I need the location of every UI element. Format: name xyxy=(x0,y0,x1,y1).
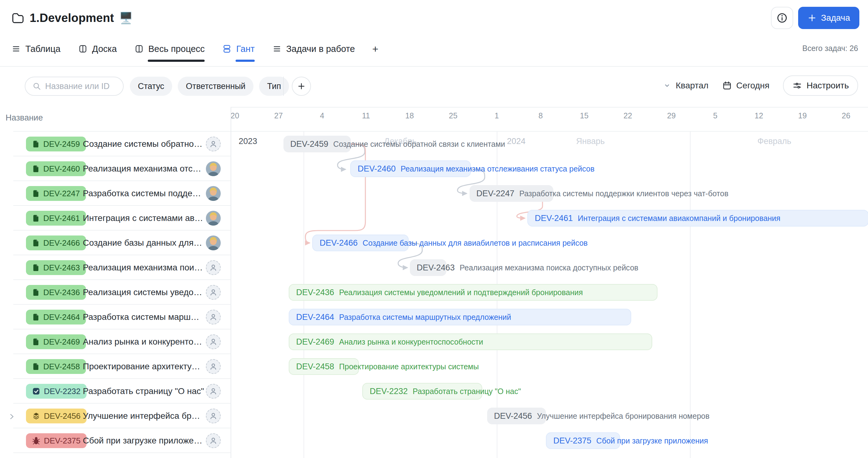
info-button[interactable] xyxy=(771,7,793,29)
bar-task-title: Улучшение интерфейса бронирования номеро… xyxy=(537,412,709,421)
assignee-avatar-empty[interactable] xyxy=(206,334,221,349)
doc-icon xyxy=(32,140,40,148)
bar-task-title: Создание базы данных для авиабилетов и р… xyxy=(363,238,588,248)
tab-таблица[interactable]: Таблица xyxy=(11,39,61,58)
dependency-dev-2459-to-dev-2466 xyxy=(305,144,365,243)
assignee-avatar[interactable] xyxy=(206,211,221,226)
filter-pill-ответственный[interactable]: Ответственный xyxy=(178,77,253,96)
gantt-bar-dev-2459[interactable]: DEV-2459 Создание системы обратной связи… xyxy=(283,136,351,152)
task-row-dev-2375[interactable]: DEV-2375 Сбой при загрузке приложения xyxy=(0,428,230,453)
add-view-tab[interactable]: + xyxy=(372,39,378,58)
bar-task-id: DEV-2232 xyxy=(370,387,408,396)
task-id: DEV-2460 xyxy=(43,164,80,174)
task-row-dev-2463[interactable]: DEV-2463 Реализация механизма поиска дос… xyxy=(0,255,230,280)
doc-icon xyxy=(32,313,40,321)
sliders-icon xyxy=(792,81,802,91)
task-row-dev-2436[interactable]: DEV-2436 Реализация системы уведомлений … xyxy=(0,280,230,305)
task-row-dev-2464[interactable]: DEV-2464 Разработка системы маршрутных п… xyxy=(0,305,230,329)
person-icon xyxy=(209,263,218,272)
filter-toolbar: СтатусОтветственныйТип Квартал Сегодня xyxy=(0,67,868,106)
gantt-bar-dev-2464[interactable]: DEV-2464 Разработка системы маршрутных п… xyxy=(289,309,631,325)
assignee-avatar[interactable] xyxy=(206,161,221,176)
gantt-bar-dev-2469[interactable]: DEV-2469 Анализ рынка и конкурентоспособ… xyxy=(289,333,652,350)
gantt-bar-dev-2375[interactable]: DEV-2375 Сбой при загрузке приложения xyxy=(546,432,620,449)
assignee-avatar-empty[interactable] xyxy=(206,433,221,448)
task-row-dev-2460[interactable]: DEV-2460 Реализация механизма отслеживан… xyxy=(0,156,230,181)
task-row-dev-2458[interactable]: DEV-2458 Проектирование архитектуры сист… xyxy=(0,354,230,379)
gantt-bar-dev-2466[interactable]: DEV-2466 Создание базы данных для авиаби… xyxy=(312,235,409,251)
search-input[interactable] xyxy=(45,81,116,91)
assignee-avatar-empty[interactable] xyxy=(206,310,221,325)
assignee-avatar[interactable] xyxy=(206,235,221,250)
bar-task-title: Сбой при загрузке приложения xyxy=(596,436,708,445)
filter-pill-тип[interactable]: Тип xyxy=(259,77,289,96)
assignee-avatar-empty[interactable] xyxy=(206,359,221,374)
tab-задачи-в-работе[interactable]: Задачи в работе xyxy=(272,39,355,58)
bar-task-title: Анализ рынка и конкурентоспособности xyxy=(339,337,483,347)
task-title: Сбой при загрузке приложения xyxy=(83,436,204,446)
task-id-badge: DEV-2460 xyxy=(26,161,86,176)
task-title: Разработка системы поддержки клиентов че… xyxy=(83,189,204,198)
bar-task-title: Создание системы обратной связи с клиент… xyxy=(333,140,505,149)
gantt-bar-dev-2463[interactable]: DEV-2463 Реализация механизма поиска дос… xyxy=(410,259,446,276)
doc-icon xyxy=(32,190,40,197)
task-row-dev-2466[interactable]: DEV-2466 Создание базы данных для авиаби… xyxy=(0,231,230,255)
today-button[interactable]: Сегодня xyxy=(722,81,769,91)
tab-label: Таблица xyxy=(25,44,61,54)
person-icon xyxy=(209,313,218,322)
board-icon xyxy=(78,44,88,54)
project-header: 1.Development 🖥️ xyxy=(11,11,133,25)
assignee-avatar-empty[interactable] xyxy=(206,260,221,275)
view-tabs: ТаблицаДоскаВесь процессГантЗадачи в раб… xyxy=(11,39,378,58)
task-title: Проектирование архитектуры системы xyxy=(83,362,204,371)
tab-весь-процесс[interactable]: Весь процесс xyxy=(134,39,205,58)
task-row-dev-2461[interactable]: DEV-2461 Интеграция с системами авиакомп… xyxy=(0,206,230,231)
task-id: DEV-2463 xyxy=(43,263,80,272)
gantt-bar-dev-2232[interactable]: DEV-2232 Разработать страницу "О нас" xyxy=(362,383,482,400)
tab-label: Весь процесс xyxy=(148,44,205,54)
bar-task-title: Реализация механизма отслеживания статус… xyxy=(401,164,594,173)
configure-button[interactable]: Настроить xyxy=(783,75,858,96)
task-id: DEV-2232 xyxy=(44,387,81,396)
doc-icon xyxy=(32,264,40,272)
assignee-avatar[interactable] xyxy=(206,186,221,201)
assignee-avatar-empty[interactable] xyxy=(206,384,221,399)
task-title: Создание системы обратной связи с клиент… xyxy=(83,139,204,149)
task-id-badge: DEV-2464 xyxy=(26,310,86,325)
gantt-bar-dev-2460[interactable]: DEV-2460 Реализация механизма отслеживан… xyxy=(350,160,471,177)
total-tasks-label: Всего задач: 26 xyxy=(802,44,858,53)
task-id: DEV-2469 xyxy=(43,337,80,347)
doc-icon xyxy=(32,239,40,247)
assignee-avatar-empty[interactable] xyxy=(206,137,221,152)
add-task-button[interactable]: Задача xyxy=(798,7,859,29)
tab-гант[interactable]: Гант xyxy=(222,39,255,58)
assignee-avatar-empty[interactable] xyxy=(206,285,221,300)
gantt-bar-dev-2461[interactable]: DEV-2461 Интеграция с системами авиакомп… xyxy=(527,210,868,227)
bar-task-id: DEV-2436 xyxy=(296,288,334,297)
search-box[interactable] xyxy=(25,77,124,96)
configure-label: Настроить xyxy=(806,81,849,91)
assignee-avatar-empty[interactable] xyxy=(206,408,221,423)
task-row-dev-2459[interactable]: DEV-2459 Создание системы обратной связи… xyxy=(0,132,230,156)
zoom-level-select[interactable]: Квартал xyxy=(663,81,709,91)
gantt-bar-dev-2436[interactable]: DEV-2436 Реализация системы уведомлений … xyxy=(289,284,657,301)
task-row-dev-2456[interactable]: DEV-2456 Улучшение интерфейса бронирован… xyxy=(0,403,230,428)
expand-chevron-icon[interactable] xyxy=(7,412,16,421)
doc-icon xyxy=(32,288,40,296)
task-id-badge: DEV-2375 xyxy=(26,433,87,448)
add-task-label: Задача xyxy=(821,13,850,23)
task-id-badge: DEV-2459 xyxy=(26,137,86,152)
add-filter-button[interactable] xyxy=(292,77,311,96)
filter-pill-статус[interactable]: Статус xyxy=(130,77,172,96)
gantt-bar-dev-2247[interactable]: DEV-2247 Разработка системы поддержки кл… xyxy=(469,185,553,202)
bar-task-id: DEV-2456 xyxy=(494,411,532,421)
gantt-bar-dev-2458[interactable]: DEV-2458 Проектирование архитектуры сист… xyxy=(289,358,359,375)
tab-доска[interactable]: Доска xyxy=(78,39,117,58)
task-row-dev-2469[interactable]: DEV-2469 Анализ рынка и конкурентоспособ… xyxy=(0,329,230,354)
task-id-badge: DEV-2456 xyxy=(26,408,87,423)
task-row-dev-2232[interactable]: DEV-2232 Разработать страницу "О нас" xyxy=(0,379,230,403)
gantt-bar-dev-2456[interactable]: DEV-2456 Улучшение интерфейса бронирован… xyxy=(487,407,546,424)
task-id-badge: DEV-2469 xyxy=(26,334,86,349)
task-row-dev-2247[interactable]: DEV-2247 Разработка системы поддержки кл… xyxy=(0,181,230,206)
bar-task-title: Проектирование архитектуры системы xyxy=(339,362,479,371)
